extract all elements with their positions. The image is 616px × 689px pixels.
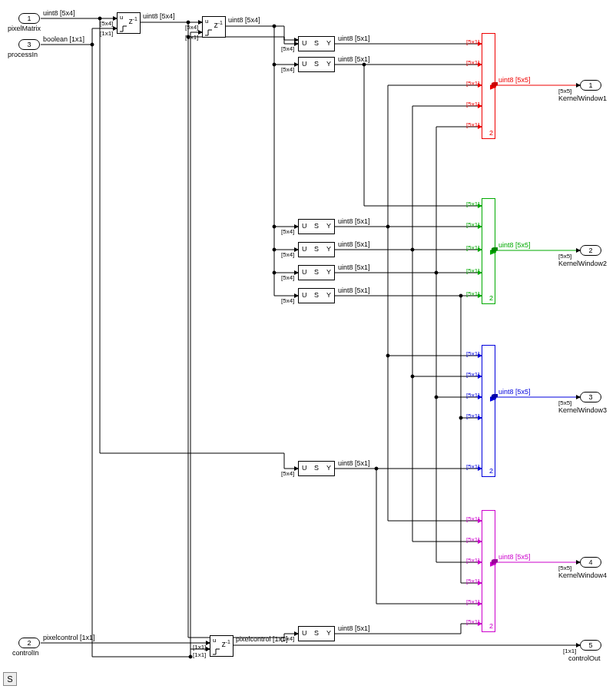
sel-Y: Y [326, 291, 331, 299]
s3-out: uint8 [5x1] [338, 217, 370, 225]
cr-in4: [5x1] [466, 101, 479, 108]
port-number: 4 [588, 558, 592, 566]
concat-blue[interactable]: 2 [482, 345, 495, 477]
outport-kw3[interactable]: 3 [580, 392, 601, 402]
sel-U: U [302, 222, 307, 230]
s7-out: uint8 [5x1] [338, 459, 370, 467]
port-number: 2 [588, 247, 592, 254]
concat-green[interactable]: 2 [482, 198, 495, 304]
outport-kw4[interactable]: 4 [580, 557, 601, 568]
concat-param: 2 [489, 294, 493, 302]
port-number: 2 [27, 639, 31, 647]
cm-in3: [5x1] [466, 557, 479, 564]
s1-out: uint8 [5x1] [338, 35, 370, 42]
s2-in-dim: [5x4] [281, 66, 294, 73]
delay-u: u [120, 14, 123, 21]
sel-S: S [314, 245, 319, 253]
s6-out: uint8 [5x1] [338, 287, 370, 294]
s5-in-dim: [5x4] [281, 274, 294, 281]
sel-Y: Y [326, 464, 331, 472]
d3-en-dim: [1x1] [193, 651, 206, 658]
cg-in1: [5x1] [466, 200, 479, 207]
processin-type: boolean [1x1] [43, 35, 84, 43]
inport-controlin[interactable]: 2 [18, 638, 40, 648]
kw2-name: KernelWindow2 [558, 260, 607, 267]
selector-5[interactable]: U S Y [298, 265, 335, 280]
cm-in1: [5x1] [466, 515, 479, 522]
kw3-dim: [5x5] [558, 399, 571, 406]
d3-out-type: pixelcontrol [1x1] [236, 635, 288, 643]
cg-in5: [5x1] [466, 290, 479, 297]
selector-6[interactable]: U S Y [298, 288, 335, 303]
sel-U: U [302, 268, 307, 276]
selector-7[interactable]: U S Y [298, 461, 335, 476]
port-number: 3 [588, 393, 592, 401]
s6-in-dim: [5x4] [281, 297, 294, 304]
co-dim: [1x1] [563, 648, 576, 654]
cb-in5: [5x1] [466, 463, 479, 470]
concat-red[interactable]: 2 [482, 33, 495, 139]
concat-param: 2 [489, 129, 493, 137]
s4-out: uint8 [5x1] [338, 240, 370, 248]
controlin-type: pixelcontrol [1x1] [43, 634, 95, 641]
d3-in-dim: [1x1] [193, 644, 206, 651]
inport-pixelmatrix-label: pixelMatrix [8, 25, 41, 32]
sel-Y: Y [326, 60, 331, 68]
concat-magenta[interactable]: 2 [482, 510, 495, 632]
port-number: 1 [27, 15, 31, 22]
cm-in4: [5x1] [466, 578, 479, 585]
sel-Y: Y [326, 222, 331, 230]
s5-out: uint8 [5x1] [338, 263, 370, 271]
kw4-name: KernelWindow4 [558, 571, 607, 579]
delay-block-3[interactable]: u z-1 [210, 635, 233, 657]
d2-out-type: uint8 [5x4] [228, 16, 260, 24]
delay-block-2[interactable]: u z-1 [202, 16, 226, 38]
kw1-name: KernelWindow1 [558, 94, 607, 102]
inport-pixelmatrix[interactable]: 1 [18, 13, 40, 24]
cr-in3: [5x1] [466, 80, 479, 87]
selector-8[interactable]: U S Y [298, 626, 335, 641]
concat-red-out-type: uint8 [5x5] [498, 76, 531, 84]
d1-in-dim: [5x4] [100, 20, 113, 27]
concat-magenta-out-type: uint8 [5x5] [498, 553, 531, 561]
inport-processin-label: processIn [8, 51, 38, 58]
inport-processin[interactable]: 3 [18, 39, 40, 50]
status-indicator: S [3, 672, 17, 686]
delay-block-1[interactable]: u z-1 [117, 12, 141, 34]
port-number: 3 [27, 41, 31, 48]
concat-green-out-type: uint8 [5x5] [498, 241, 531, 249]
delay-u: u [205, 18, 208, 25]
concat-param: 2 [489, 622, 493, 630]
sel-S: S [314, 268, 319, 276]
sel-Y: Y [326, 268, 331, 276]
selector-1[interactable]: U S Y [298, 36, 335, 51]
cr-in5: [5x1] [466, 121, 479, 128]
selector-3[interactable]: U S Y [298, 219, 335, 234]
outport-kw1[interactable]: 1 [580, 80, 601, 91]
kw4-dim: [5x5] [558, 565, 571, 571]
delay-z: z-1 [214, 20, 223, 29]
sel-U: U [302, 39, 307, 47]
delay-z: z-1 [129, 16, 137, 25]
sel-Y: Y [326, 629, 331, 637]
sel-U: U [302, 464, 307, 472]
concat-param: 2 [489, 467, 493, 475]
d2-in-dim: [5x4] [185, 24, 198, 31]
cb-in2: [5x1] [466, 371, 479, 378]
sel-U: U [302, 245, 307, 253]
selector-2[interactable]: U S Y [298, 57, 335, 72]
sel-U: U [302, 291, 307, 299]
port-number: 5 [588, 641, 592, 649]
cg-in2: [5x1] [466, 221, 479, 228]
outport-kw2[interactable]: 2 [580, 245, 601, 256]
port-number: 1 [588, 81, 592, 89]
s8-out: uint8 [5x1] [338, 624, 370, 632]
cm-in5: [5x1] [466, 598, 479, 605]
selector-4[interactable]: U S Y [298, 242, 335, 257]
d1-en-dim: [1x1] [100, 30, 113, 37]
kw1-dim: [5x5] [558, 88, 571, 94]
cm-in6: [5x1] [466, 618, 479, 625]
outport-controlout[interactable]: 5 [580, 640, 601, 651]
status-text: S [7, 674, 12, 684]
cb-in4: [5x1] [466, 412, 479, 419]
